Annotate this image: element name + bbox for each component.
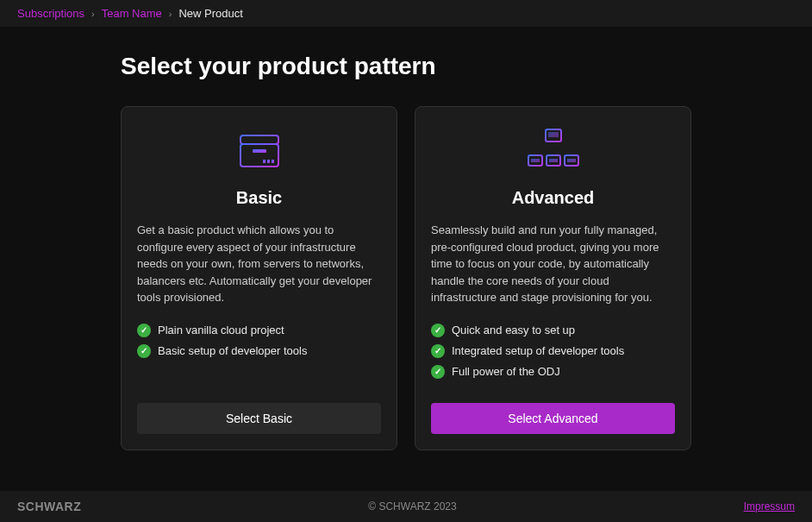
svg-rect-7 [548, 132, 559, 137]
chevron-right-icon: › [91, 9, 95, 19]
svg-rect-18 [567, 159, 576, 162]
feature-item: Basic setup of developer tools [137, 344, 381, 358]
card-advanced-title: Advanced [431, 188, 675, 208]
breadcrumb-team-name[interactable]: Team Name [102, 7, 162, 20]
card-basic-title: Basic [137, 188, 381, 208]
check-icon [137, 324, 151, 337]
page-title: Select your product pattern [121, 53, 691, 80]
feature-item: Quick and easy to set up [431, 324, 675, 337]
card-basic: Basic Get a basic product which allows y… [121, 106, 397, 450]
svg-rect-0 [240, 135, 278, 144]
svg-rect-1 [240, 144, 278, 167]
svg-rect-2 [253, 149, 266, 153]
card-advanced-features: Quick and easy to set up Integrated setu… [431, 324, 675, 386]
network-cluster-icon [431, 124, 675, 176]
feature-label: Quick and easy to set up [452, 324, 575, 336]
feature-item: Full power of the ODJ [431, 365, 675, 379]
feature-label: Plain vanilla cloud project [158, 324, 284, 336]
select-basic-button[interactable]: Select Basic [137, 403, 381, 434]
card-advanced: Advanced Seamlessly build and run your f… [415, 106, 691, 450]
check-icon [137, 344, 151, 358]
breadcrumb-current: New Product [178, 7, 242, 20]
feature-item: Plain vanilla cloud project [137, 324, 381, 337]
footer: SCHWARZ © SCHWARZ 2023 Impressum [0, 491, 812, 522]
footer-impressum-link[interactable]: Impressum [744, 500, 795, 513]
check-icon [431, 365, 445, 379]
main-content: Select your product pattern [0, 27, 812, 491]
storage-box-icon [137, 124, 381, 176]
check-icon [431, 324, 445, 337]
svg-rect-5 [272, 160, 274, 163]
feature-label: Integrated setup of developer tools [452, 344, 624, 357]
card-basic-features: Plain vanilla cloud project Basic setup … [137, 324, 381, 365]
breadcrumb-subscriptions[interactable]: Subscriptions [17, 7, 84, 20]
product-cards: Basic Get a basic product which allows y… [121, 106, 691, 450]
svg-rect-4 [267, 160, 270, 163]
svg-rect-17 [549, 159, 558, 162]
feature-label: Full power of the ODJ [452, 365, 560, 378]
card-basic-description: Get a basic product which allows you to … [137, 222, 381, 306]
chevron-right-icon: › [169, 9, 172, 19]
breadcrumb: Subscriptions › Team Name › New Product [0, 0, 812, 27]
footer-copyright: © SCHWARZ 2023 [368, 500, 456, 513]
footer-brand: SCHWARZ [17, 500, 81, 513]
svg-rect-16 [531, 159, 540, 162]
svg-rect-3 [263, 160, 265, 163]
feature-label: Basic setup of developer tools [158, 344, 307, 357]
select-advanced-button[interactable]: Select Advanced [431, 403, 675, 434]
feature-item: Integrated setup of developer tools [431, 344, 675, 358]
check-icon [431, 344, 445, 358]
card-advanced-description: Seamlessly build and run your fully mana… [431, 222, 675, 306]
